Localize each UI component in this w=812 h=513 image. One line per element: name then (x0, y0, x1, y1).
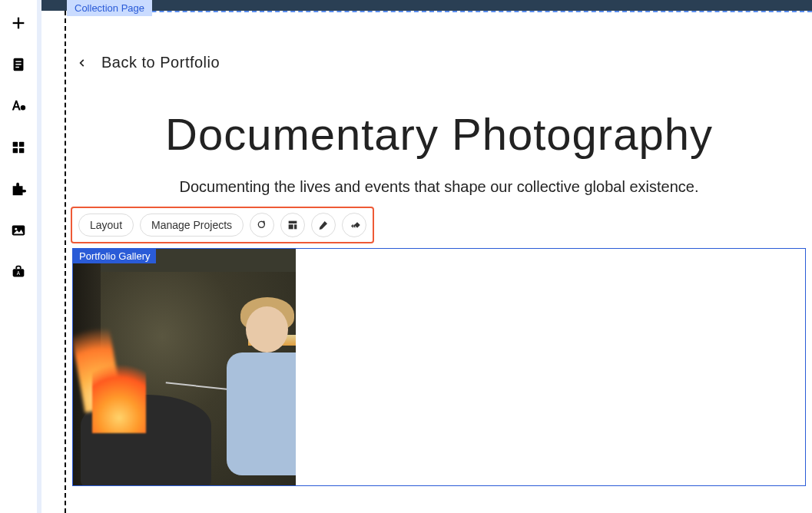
portfolio-gallery[interactable]: Portfolio Gallery (72, 248, 806, 486)
chevron-left-icon (77, 58, 88, 68)
image-flame (92, 356, 146, 433)
svg-rect-9 (19, 148, 24, 153)
collection-page-tag[interactable]: Collection Page (67, 0, 152, 16)
svg-rect-17 (294, 224, 297, 229)
plugin-icon[interactable] (9, 180, 28, 198)
canvas-top-border (67, 11, 812, 12)
element-toolbar: Layout Manage Projects (71, 207, 374, 243)
transition-icon[interactable] (342, 213, 366, 237)
image-child (211, 291, 296, 486)
svg-rect-16 (289, 224, 293, 229)
svg-rect-6 (13, 142, 18, 147)
svg-text:A: A (17, 270, 21, 276)
svg-rect-7 (19, 142, 24, 147)
svg-rect-18 (354, 222, 360, 228)
layout-button[interactable]: Layout (78, 213, 134, 237)
stretch-icon[interactable] (280, 213, 305, 237)
design-icon[interactable] (311, 213, 336, 237)
text-style-icon[interactable] (9, 97, 28, 115)
svg-rect-5 (15, 67, 19, 68)
svg-point-11 (15, 228, 17, 230)
plus-icon[interactable] (9, 14, 28, 32)
rail-divider (37, 0, 41, 513)
animation-icon[interactable] (250, 213, 274, 237)
back-label: Back to Portfolio (101, 54, 220, 71)
svg-rect-3 (15, 61, 21, 61)
svg-rect-15 (289, 221, 297, 223)
svg-rect-8 (13, 148, 18, 153)
portfolio-gallery-tag: Portfolio Gallery (73, 249, 156, 263)
image-icon[interactable] (9, 221, 28, 240)
left-rail: A (0, 0, 37, 513)
grid-icon[interactable] (9, 138, 28, 157)
page-title: Documentary Photography (66, 108, 812, 160)
page-icon[interactable] (9, 55, 28, 74)
page-subtitle: Documenting the lives and events that sh… (66, 178, 812, 196)
manage-projects-button[interactable]: Manage Projects (140, 213, 244, 237)
briefcase-icon[interactable]: A (9, 263, 28, 281)
back-link[interactable]: Back to Portfolio (66, 54, 812, 71)
top-bar (41, 0, 812, 11)
canvas: Back to Portfolio Documentary Photograph… (65, 11, 812, 513)
svg-rect-4 (15, 64, 21, 65)
gallery-image[interactable] (73, 249, 296, 486)
